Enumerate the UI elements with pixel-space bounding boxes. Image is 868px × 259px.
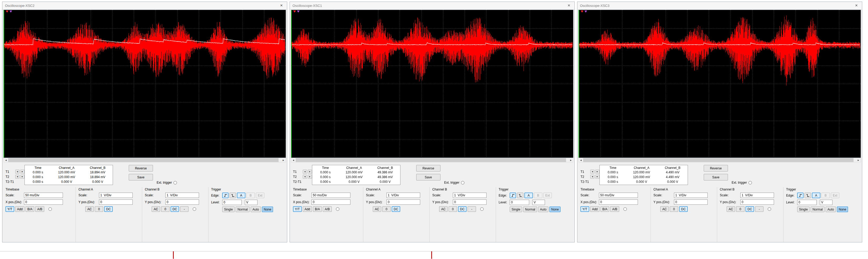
falling-edge-icon[interactable] [805,193,811,198]
reverse-button[interactable]: Reverse [704,165,728,172]
yt-mode-button[interactable]: Y/T [5,206,14,212]
ab-mode-button[interactable]: A/B [610,206,619,212]
t2-move-left-icon[interactable]: ◄ [590,175,594,179]
scroll-left-icon[interactable]: ◄ [4,158,8,162]
channel-b-scale-input[interactable] [165,193,199,198]
channel-b-invert-button[interactable]: - [180,206,188,212]
channel-b-radio-indicator[interactable] [480,207,484,211]
channel-b-dc-button[interactable]: DC [746,206,754,212]
trigger-ext-button[interactable]: Ext [831,193,839,198]
scroll-left-icon[interactable]: ◄ [579,158,583,162]
channel-a-dc-button[interactable]: DC [679,206,688,212]
trigger-channel-b-button[interactable]: B [246,193,255,198]
trigger-auto-button[interactable]: Auto [538,207,548,212]
channel-a-ground-button[interactable]: 0 [382,206,391,212]
channel-a-ypos-input[interactable] [674,199,708,205]
channel-b-ac-button[interactable]: AC [726,206,735,212]
trigger-normal-button[interactable]: Normal [523,207,537,212]
trigger-normal-button[interactable]: Normal [811,207,825,212]
trigger-none-button[interactable]: None [262,207,273,212]
channel-a-ground-button[interactable]: 0 [670,206,678,212]
trigger-auto-button[interactable]: Auto [826,207,836,212]
channel-b-ground-button[interactable]: 0 [736,206,745,212]
scrollbar-thumb[interactable] [296,158,566,162]
channel-a-scale-input[interactable] [99,193,133,198]
scroll-left-icon[interactable]: ◄ [291,158,296,162]
trigger-level-input[interactable] [510,200,529,205]
horizontal-scrollbar[interactable]: ◄ ► [3,158,286,162]
ext-trigger-radio[interactable] [461,181,464,184]
scrollbar-thumb[interactable] [8,158,279,162]
channel-b-ypos-input[interactable] [740,199,774,205]
ba-mode-button[interactable]: B/A [26,206,34,212]
timebase-scale-input[interactable] [24,193,63,198]
channel-b-dc-button[interactable]: DC [170,206,179,212]
ext-trigger-radio[interactable] [748,181,752,184]
trigger-normal-button[interactable]: Normal [236,207,250,212]
reverse-button[interactable]: Reverse [129,165,153,172]
timebase-xpos-input[interactable] [24,199,63,205]
scrollbar-thumb[interactable] [583,158,854,162]
timebase-scale-input[interactable] [599,193,638,198]
close-icon[interactable]: × [564,2,574,9]
t2-move-right-icon[interactable]: ► [595,175,599,179]
falling-edge-icon[interactable] [517,193,523,198]
trigger-unit-select[interactable] [245,200,257,205]
falling-edge-icon[interactable] [229,193,236,198]
yt-mode-button[interactable]: Y/T [581,206,589,212]
ba-mode-button[interactable]: B/A [600,206,609,212]
trigger-channel-b-button[interactable]: B [822,193,830,198]
scrollbar-track[interactable] [8,158,281,162]
scrollbar-track[interactable] [296,158,569,162]
channel-b-invert-button[interactable]: - [755,206,764,212]
trigger-channel-b-button[interactable]: B [534,193,542,198]
channel-b-ypos-input[interactable] [165,199,199,205]
channel-b-radio-indicator[interactable] [193,207,196,211]
channel-b-ac-button[interactable]: AC [152,206,160,212]
timebase-xpos-input[interactable] [311,199,350,205]
channel-b-scale-input[interactable] [453,193,487,198]
ab-mode-button[interactable]: A/B [323,206,332,212]
trigger-channel-a-button[interactable]: A [812,193,820,198]
scroll-right-icon[interactable]: ► [569,158,573,162]
trigger-single-button[interactable]: Single [510,207,522,212]
scrollbar-track[interactable] [583,158,856,162]
trigger-ext-button[interactable]: Ext [256,193,264,198]
titlebar[interactable]: Oscilloscope-XSC1 × [290,2,575,9]
horizontal-scrollbar[interactable]: ◄ ► [579,158,861,162]
timebase-radio-indicator[interactable] [336,207,339,211]
timebase-radio-indicator[interactable] [623,207,627,211]
channel-a-ypos-input[interactable] [99,199,133,205]
t1-move-left-icon[interactable]: ◄ [590,170,594,174]
channel-b-radio-indicator[interactable] [768,207,771,211]
close-icon[interactable]: × [852,2,861,9]
trigger-level-input[interactable] [222,200,242,205]
ab-mode-button[interactable]: A/B [35,206,44,212]
trigger-unit-select[interactable] [820,200,833,205]
channel-a-ac-button[interactable]: AC [85,206,94,212]
channel-a-scale-input[interactable] [674,193,708,198]
channel-a-dc-button[interactable]: DC [104,206,113,212]
t1-move-left-icon[interactable]: ◄ [303,170,307,174]
titlebar[interactable]: Oscilloscope-XSC2 × [2,2,287,9]
channel-b-invert-button[interactable]: - [468,206,476,212]
ext-trigger-radio[interactable] [174,181,177,184]
trigger-auto-button[interactable]: Auto [251,207,261,212]
save-button[interactable]: Save [704,174,728,180]
t1-move-right-icon[interactable]: ► [595,170,599,174]
t1-move-right-icon[interactable]: ► [20,170,25,174]
close-icon[interactable]: × [277,2,286,9]
horizontal-scrollbar[interactable]: ◄ ► [291,158,574,162]
channel-a-ground-button[interactable]: 0 [95,206,103,212]
t1-move-right-icon[interactable]: ► [308,170,312,174]
trigger-none-button[interactable]: None [550,207,561,212]
t1-move-left-icon[interactable]: ◄ [15,170,20,174]
channel-a-dc-button[interactable]: DC [392,206,400,212]
rising-edge-icon[interactable] [797,193,804,198]
trigger-single-button[interactable]: Single [797,207,810,212]
rising-edge-icon[interactable] [510,193,516,198]
channel-a-ac-button[interactable]: AC [373,206,381,212]
trigger-single-button[interactable]: Single [222,207,235,212]
rising-edge-icon[interactable] [222,193,228,198]
save-button[interactable]: Save [416,174,440,180]
